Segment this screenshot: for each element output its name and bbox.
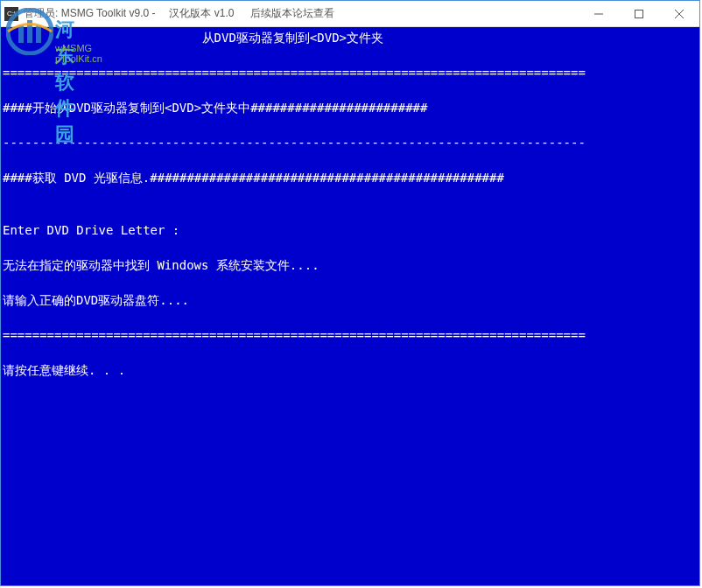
close-icon xyxy=(675,10,684,18)
maximize-icon xyxy=(635,10,643,18)
svg-rect-5 xyxy=(635,10,643,18)
console-line: 从DVD驱动器复制到<DVD>文件夹 xyxy=(1,29,699,46)
console-line xyxy=(1,151,699,169)
window-title: 管理员: MSMG Toolkit v9.0 - xyxy=(24,6,155,21)
console-line: 请按任意键继续. . . xyxy=(1,361,699,379)
menu-item-version[interactable]: 汉化版本 v1.0 xyxy=(169,6,234,21)
console-line: ----------------------------------------… xyxy=(1,134,699,151)
window-controls xyxy=(579,1,699,27)
console-line xyxy=(1,344,699,361)
console-line: 无法在指定的驱动器中找到 Windows 系统安装文件.... xyxy=(1,256,699,274)
console-line: Enter DVD Drive Letter : xyxy=(1,221,699,239)
console-line: ========================================… xyxy=(1,326,699,344)
console-line: ========================================… xyxy=(1,64,699,81)
console-output[interactable]: 从DVD驱动器复制到<DVD>文件夹 =====================… xyxy=(1,27,699,585)
console-line xyxy=(1,204,699,221)
console-line: ####获取 DVD 光驱信息.########################… xyxy=(1,169,699,186)
app-window: 河东软件园 wMSMG pToolKit.cn C:\ 管理员: MSMG To… xyxy=(0,0,700,586)
console-line xyxy=(1,239,699,256)
console-line: 请输入正确的DVD驱动器盘符.... xyxy=(1,291,699,309)
console-line xyxy=(1,186,699,204)
maximize-button[interactable] xyxy=(619,1,659,27)
titlebar[interactable]: C:\ 管理员: MSMG Toolkit v9.0 - 汉化版本 v1.0 后… xyxy=(1,1,699,27)
console-line: ####开始从DVD驱动器复制到<DVD>文件夹中###############… xyxy=(1,99,699,116)
console-line xyxy=(1,274,699,291)
console-line xyxy=(1,116,699,134)
titlebar-menu: 汉化版本 v1.0 后续版本论坛查看 xyxy=(169,6,333,21)
minimize-icon xyxy=(594,10,603,18)
console-line xyxy=(1,309,699,326)
cmd-icon: C:\ xyxy=(4,7,18,21)
menu-item-forum[interactable]: 后续版本论坛查看 xyxy=(250,6,334,21)
close-button[interactable] xyxy=(659,1,699,27)
console-line xyxy=(1,46,699,64)
minimize-button[interactable] xyxy=(579,1,619,27)
console-line xyxy=(1,81,699,99)
